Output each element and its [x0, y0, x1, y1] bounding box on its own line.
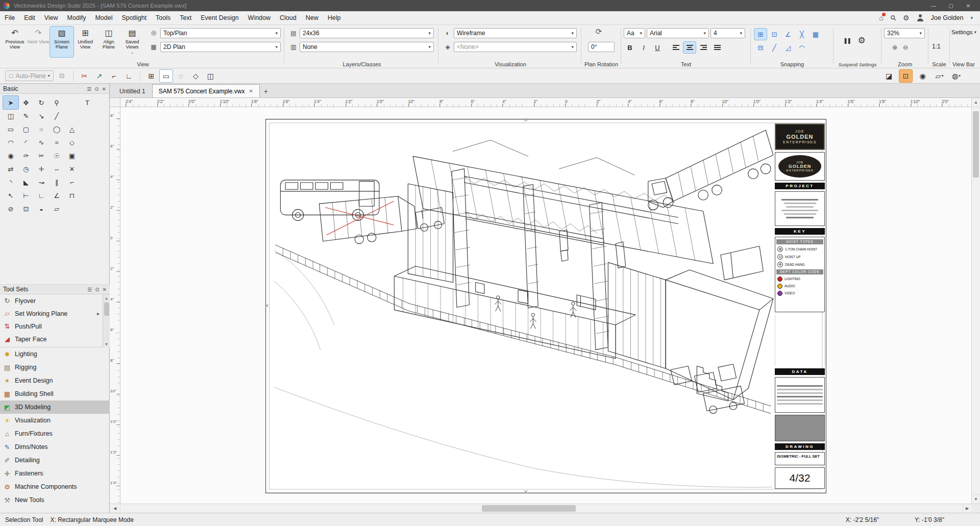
align-right-button[interactable]: [697, 42, 709, 53]
lasso-marquee-button[interactable]: ◌: [175, 70, 187, 82]
scroll-right-icon[interactable]: ▶: [963, 504, 971, 513]
font-size-select[interactable]: 4▾: [710, 28, 745, 38]
constrain-tool[interactable]: ⊢: [18, 189, 34, 202]
horizontal-scrollbar[interactable]: ◀ ▶: [110, 504, 980, 513]
tool-set-machine-components[interactable]: ⚙ Machine Components: [0, 480, 110, 493]
close-button[interactable]: ✕: [960, 0, 977, 11]
flyover-tool[interactable]: ↻: [34, 96, 49, 109]
document-tab-sam-575-concert-example-vwx[interactable]: SAM 575 Concert Example.vwx ✕: [152, 84, 260, 97]
selection-handle[interactable]: ✕: [264, 303, 269, 309]
suspend-icon[interactable]: ❚❚: [840, 30, 853, 51]
gear-icon[interactable]: ⚙: [903, 14, 910, 22]
tool-set-3d-modeling[interactable]: ◩ 3D Modeling: [0, 400, 110, 414]
align-left-button[interactable]: [670, 42, 682, 53]
snap-intersection-button[interactable]: ╳: [796, 29, 808, 40]
rectangle-tool[interactable]: ▭: [3, 122, 18, 136]
move-tool[interactable]: ↖: [3, 189, 18, 202]
selection-handle[interactable]: ✕: [524, 489, 528, 495]
bold-button[interactable]: B: [624, 42, 636, 53]
quarter-arc-tool[interactable]: ◜: [18, 136, 34, 149]
menu-item-tools[interactable]: Tools: [151, 11, 175, 24]
box-marquee-button[interactable]: ◫: [204, 70, 217, 82]
view-bar-settings-button[interactable]: Settings: [951, 29, 973, 35]
interactive-scale-button[interactable]: ⊞: [145, 70, 158, 82]
menu-item-spotlight[interactable]: Spotlight: [117, 11, 151, 24]
geo-navigation-button[interactable]: ◍▾: [950, 70, 963, 82]
scroll-up-icon[interactable]: ▲: [105, 294, 108, 302]
surface-tool[interactable]: ≈: [49, 136, 64, 149]
chevron-down-icon[interactable]: ▾: [970, 15, 973, 20]
spiral-tool[interactable]: ◉: [3, 149, 18, 162]
snap-distance-button[interactable]: ▦: [810, 29, 822, 40]
user-name[interactable]: Joe Golden: [931, 14, 964, 21]
mirror-tool[interactable]: ⇄: [3, 162, 18, 176]
align-center-button[interactable]: [683, 42, 696, 53]
menu-item-edit[interactable]: Edit: [19, 11, 40, 24]
palette-menu-icon[interactable]: ☰: [87, 86, 91, 92]
scroll-down-icon[interactable]: ▼: [972, 494, 980, 504]
auto-plane-select[interactable]: ▢ Auto-Plane ▾: [5, 70, 54, 81]
settings-gear-icon[interactable]: ⚙: [855, 30, 868, 51]
curve-tool[interactable]: ↝: [34, 176, 49, 189]
user-avatar-icon[interactable]: [917, 14, 924, 21]
menu-item-text[interactable]: Text: [175, 11, 196, 24]
maximize-button[interactable]: ▢: [942, 0, 960, 11]
text-tool[interactable]: T: [80, 96, 95, 109]
underline-button[interactable]: U: [651, 42, 664, 53]
tool-taper-face[interactable]: ◢ Taper Face: [0, 333, 103, 345]
tool-set-dims-notes[interactable]: ✎ Dims/Notes: [0, 440, 110, 454]
tool-set-furn-fixtures[interactable]: ⌂ Furn/Fixtures: [0, 427, 110, 440]
tool-set-building-shell[interactable]: ▦ Building Shell: [0, 387, 110, 400]
snap-grid-alt-button[interactable]: ⊟: [754, 42, 767, 53]
tool-sets-palette-header[interactable]: Tool Sets ☰ ⊙ ✕: [0, 284, 110, 294]
palette-close-icon[interactable]: ✕: [102, 86, 106, 92]
shell-solid-button[interactable]: ⌐: [108, 70, 120, 82]
scroll-left-icon[interactable]: ◀: [110, 504, 120, 513]
circle-tool[interactable]: ○: [34, 122, 49, 136]
working-plane-button[interactable]: ▱▾: [933, 70, 946, 82]
sheet-layer-page[interactable]: JOE GOLDEN ENTERPRISES JOE GOLDEN ENTERP…: [265, 119, 826, 493]
snap-arc-button[interactable]: ◠: [796, 42, 808, 53]
scroll-thumb[interactable]: [973, 111, 979, 178]
saved-views-button[interactable]: ▤ Saved Views ⌄: [120, 27, 144, 57]
render-mode-select[interactable]: Wireframe▾: [454, 28, 577, 38]
snap-edge-button[interactable]: ╱: [768, 42, 780, 53]
plan-rotation-input[interactable]: 0°: [588, 42, 615, 52]
text-style-select[interactable]: Aa▾: [624, 28, 645, 38]
image-tool[interactable]: ▣: [64, 149, 80, 162]
palette-pin-icon[interactable]: ⊙: [94, 86, 99, 92]
next-view-button[interactable]: ↷ Next View: [27, 27, 50, 57]
tool-set-new-tools[interactable]: ⚒ New Tools: [0, 493, 110, 507]
render-style-select[interactable]: <None>▾: [454, 42, 577, 52]
zoom-tool[interactable]: ⚲: [49, 96, 64, 109]
clip-tool[interactable]: ⊓: [64, 189, 80, 202]
pan-tool[interactable]: ✥: [18, 96, 34, 109]
tool-flyover[interactable]: ↻ Flyover: [0, 294, 103, 307]
stretch-tool[interactable]: ↘: [34, 109, 49, 122]
distribute-tool[interactable]: ⇔: [49, 162, 64, 176]
scale-value[interactable]: 1:1: [932, 43, 941, 50]
marquee-tool[interactable]: ◫: [3, 109, 18, 122]
selection-tool[interactable]: ➤: [3, 96, 18, 109]
plane-tool[interactable]: ▱: [49, 202, 64, 215]
unified-view-button[interactable]: ⊞ Unified View: [74, 27, 97, 57]
drawing-canvas[interactable]: JOE GOLDEN ENTERPRISES JOE GOLDEN ENTERP…: [120, 107, 971, 513]
callout-tool[interactable]: ✎: [18, 109, 34, 122]
new-tab-button[interactable]: +: [260, 85, 272, 97]
menu-item-view[interactable]: View: [40, 11, 63, 24]
layer-select[interactable]: 24x36▾: [300, 28, 434, 38]
clip-cube-button[interactable]: ⊡: [899, 70, 912, 82]
menu-item-event-design[interactable]: Event Design: [196, 11, 243, 24]
fillet-tool[interactable]: ◝: [3, 176, 18, 189]
snap-grid-button[interactable]: ⊞: [754, 29, 767, 40]
zoom-out-icon[interactable]: ⊖: [901, 43, 910, 52]
menu-item-window[interactable]: Window: [243, 11, 275, 24]
shell-tool[interactable]: ⌐: [64, 176, 80, 189]
freehand-tool[interactable]: ∿: [34, 136, 49, 149]
line-tool[interactable]: ╱: [49, 109, 64, 122]
close-tab-icon[interactable]: ✕: [249, 88, 253, 94]
align-justify-button[interactable]: [711, 42, 723, 53]
fillet-edge-button[interactable]: ↗: [93, 70, 106, 82]
scroll-thumb[interactable]: [482, 505, 576, 512]
align-plane-button[interactable]: ◫ Align Plane: [97, 27, 120, 57]
